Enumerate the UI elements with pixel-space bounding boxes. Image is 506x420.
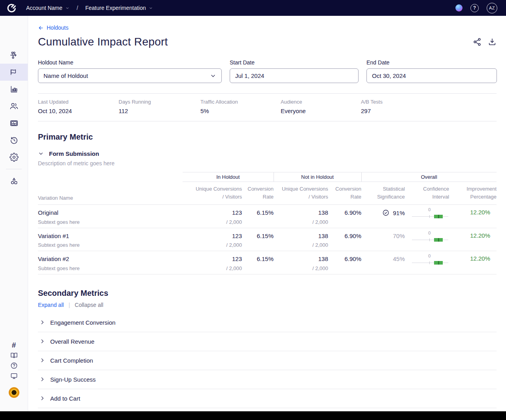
sidebar-item-components[interactable]	[0, 172, 28, 189]
secondary-metric-add-to-cart[interactable]: Add to Cart	[38, 389, 497, 408]
sidebar-item-help[interactable]	[10, 361, 18, 370]
secondary-metric-cart-completion[interactable]: Cart Completion	[38, 351, 497, 370]
chevron-right-icon	[40, 339, 45, 344]
table-row-original: Original Subtext goes here 123 / 2,000 6…	[38, 205, 497, 228]
main-content: Holdouts Cumulative Impact Report Holdou…	[28, 16, 506, 411]
sidebar-item-audiences[interactable]	[0, 98, 28, 115]
ci-zero-label: 0	[428, 254, 430, 258]
end-date-value: Oct 30, 2024	[372, 72, 406, 79]
arrow-left-icon	[38, 25, 44, 31]
secondary-metrics-list: Engagement Conversion Overall Revenue Ca…	[38, 313, 497, 411]
shapes-icon	[9, 176, 19, 185]
variation-name-cell: Variation #1 Subtext goes here	[38, 228, 183, 251]
app-window: Account Name / Feature Experimentation ?…	[0, 0, 506, 420]
col-statistical-significance: StatisticalSignificance	[361, 182, 405, 205]
ci-zero-tick	[429, 261, 430, 264]
start-date-field: Start Date Jul 1, 2024	[230, 59, 359, 83]
sidebar-item-docs[interactable]	[10, 351, 18, 359]
ci-axis	[412, 240, 448, 240]
chevron-right-icon	[40, 320, 45, 325]
collapse-all-link[interactable]: Collapse all	[75, 302, 103, 308]
group-header-not-in-holdout: Not in Holdout	[274, 172, 361, 182]
hash-icon: #	[12, 341, 16, 349]
primary-metric-expander[interactable]: Form Submission	[38, 150, 99, 157]
col-unique-conversions-in: Unique Conversions/ Visitors	[183, 182, 242, 205]
significance-cell: 91%	[361, 205, 405, 228]
chevron-right-icon	[40, 395, 45, 401]
secondary-metric-sign-up-success[interactable]: Sign-Up Success	[38, 370, 497, 389]
holdout-name-select[interactable]: Name of Holdout	[38, 68, 222, 83]
sidebar-item-settings[interactable]	[0, 149, 28, 166]
sidebar-item-flags[interactable]	[0, 64, 28, 81]
desktop-icon	[10, 372, 18, 380]
breadcrumb-separator: /	[77, 5, 78, 11]
primary-metric-heading: Primary Metric	[38, 132, 497, 142]
ci-range-box	[434, 215, 443, 218]
in-holdout-conversions-cell: 123 / 2,000	[183, 251, 242, 274]
back-link-label: Holdouts	[47, 25, 68, 31]
navbar-actions: ? AZ	[455, 3, 506, 13]
start-date-value: Jul 1, 2024	[235, 72, 264, 79]
not-in-holdout-conversions-cell: 138 / 2,000	[274, 228, 328, 251]
sidebar-item-history[interactable]	[0, 132, 28, 149]
sidebar-item-events[interactable]	[0, 115, 28, 132]
secondary-metric-engagement-conversion[interactable]: Engagement Conversion	[38, 313, 497, 332]
not-in-holdout-rate-cell: 6.90%	[328, 251, 361, 274]
col-variation-name: Variation Name	[38, 182, 183, 205]
table-row-variation-2: Variation #2 Subtext goes here 123 / 2,0…	[38, 251, 497, 274]
in-holdout-rate-cell: 6.15%	[242, 205, 274, 228]
breadcrumb-product[interactable]: Feature Experimentation	[85, 5, 153, 11]
significance-cell: 45%	[361, 251, 405, 274]
sidebar-item-reports[interactable]	[0, 81, 28, 98]
sidebar-item-desktop[interactable]	[10, 371, 18, 380]
table-row-variation-1: Variation #1 Subtext goes here 123 / 2,0…	[38, 228, 497, 251]
share-icon[interactable]	[473, 38, 481, 46]
optimizely-logo[interactable]	[0, 3, 23, 13]
user-avatar[interactable]: AZ	[487, 3, 497, 13]
secondary-metric-loyalty-program[interactable]: Loyalty Program Enrollment	[38, 408, 497, 411]
secondary-metric-overall-revenue[interactable]: Overall Revenue	[38, 332, 497, 351]
chevron-down-icon	[65, 6, 70, 10]
sidebar-item-hash[interactable]: #	[12, 341, 16, 349]
link-divider: |	[68, 302, 70, 308]
left-sidebar: #	[0, 16, 28, 411]
col-confidence-interval: ConfidenceInterval	[405, 182, 449, 205]
sidebar-item-flow[interactable]	[0, 47, 28, 64]
download-icon[interactable]	[488, 38, 497, 46]
confidence-interval-chart: 0	[412, 232, 448, 244]
ai-orb-icon[interactable]	[455, 4, 463, 11]
col-improvement-percentage: ImprovementPercentage	[449, 182, 497, 205]
optimizely-logo-icon	[6, 3, 17, 13]
audiences-people-icon	[9, 102, 19, 111]
not-in-holdout-rate-cell: 6.90%	[328, 205, 361, 228]
chevron-down-icon	[210, 73, 216, 79]
ci-zero-label: 0	[428, 231, 430, 235]
sunflower-avatar[interactable]	[9, 387, 19, 398]
product-name-label: Feature Experimentation	[85, 5, 146, 11]
start-date-label: Start Date	[230, 59, 359, 66]
flow-timeline-icon	[9, 51, 19, 60]
report-actions	[473, 38, 497, 46]
ci-axis	[412, 216, 448, 217]
help-glyph: ?	[473, 5, 476, 11]
settings-gear-icon	[9, 153, 19, 162]
account-name-label: Account Name	[26, 5, 62, 11]
end-date-input[interactable]: Oct 30, 2024	[366, 68, 497, 83]
help-icon[interactable]: ?	[470, 4, 479, 12]
table-group-header-row: In Holdout Not in Holdout Overall	[38, 172, 497, 182]
expand-collapse-controls: Expand all | Collapse all	[38, 302, 497, 308]
docs-book-icon	[10, 352, 18, 359]
meta-last-updated: Last Updated Oct 10, 2024	[38, 99, 119, 114]
expand-all-link[interactable]: Expand all	[38, 302, 64, 308]
back-to-holdouts-link[interactable]: Holdouts	[38, 25, 68, 31]
bottom-black-bar	[0, 411, 506, 420]
in-holdout-rate-cell: 6.15%	[242, 251, 274, 274]
meta-ab-tests: A/B Tests 297	[361, 99, 383, 114]
improvement-cell: 12.20%	[449, 251, 497, 274]
breadcrumb-account[interactable]: Account Name	[26, 5, 70, 11]
primary-metric-description: Description of metric goes here	[38, 160, 497, 166]
start-date-input[interactable]: Jul 1, 2024	[230, 68, 359, 83]
confidence-interval-cell: 0	[405, 251, 449, 274]
top-navbar: Account Name / Feature Experimentation ?…	[0, 0, 506, 16]
meta-audience: Audience Everyone	[281, 99, 361, 114]
